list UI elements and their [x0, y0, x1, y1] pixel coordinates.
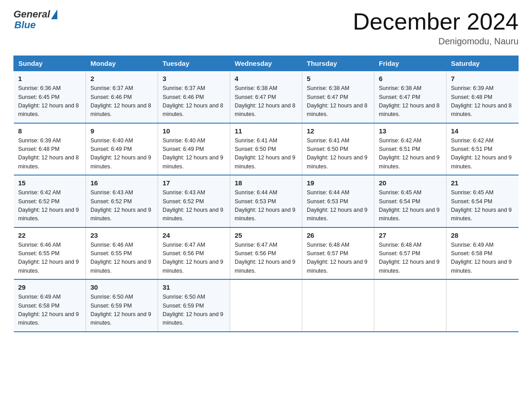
- table-row: 10 Sunrise: 6:40 AMSunset: 6:49 PMDaylig…: [158, 123, 230, 176]
- day-number: 13: [379, 127, 442, 135]
- logo: General Blue: [13, 9, 57, 30]
- logo-general: General: [13, 9, 50, 20]
- day-number: 31: [163, 283, 225, 291]
- day-number: 20: [379, 179, 442, 187]
- table-row: 28 Sunrise: 6:49 AMSunset: 6:58 PMDaylig…: [446, 227, 519, 280]
- calendar-week-row: 22 Sunrise: 6:46 AMSunset: 6:55 PMDaylig…: [14, 227, 519, 280]
- table-row: [374, 279, 446, 332]
- day-info: Sunrise: 6:45 AMSunset: 6:54 PMDaylight:…: [451, 188, 514, 223]
- day-number: 24: [163, 231, 225, 239]
- table-row: 15 Sunrise: 6:42 AMSunset: 6:52 PMDaylig…: [14, 175, 86, 227]
- table-row: 26 Sunrise: 6:48 AMSunset: 6:57 PMDaylig…: [302, 227, 374, 280]
- table-row: 30 Sunrise: 6:50 AMSunset: 6:59 PMDaylig…: [86, 279, 158, 332]
- logo-triangle-icon: [51, 9, 57, 19]
- day-info: Sunrise: 6:45 AMSunset: 6:54 PMDaylight:…: [379, 188, 442, 223]
- day-number: 2: [90, 75, 153, 82]
- day-number: 3: [163, 75, 225, 82]
- table-row: 24 Sunrise: 6:47 AMSunset: 6:56 PMDaylig…: [158, 227, 230, 280]
- day-info: Sunrise: 6:37 AMSunset: 6:46 PMDaylight:…: [90, 84, 153, 119]
- day-number: 18: [235, 179, 297, 187]
- day-info: Sunrise: 6:40 AMSunset: 6:49 PMDaylight:…: [90, 137, 153, 171]
- table-row: 5 Sunrise: 6:38 AMSunset: 6:47 PMDayligh…: [302, 71, 374, 123]
- table-row: 9 Sunrise: 6:40 AMSunset: 6:49 PMDayligh…: [86, 123, 158, 176]
- col-thursday: Thursday: [302, 56, 374, 71]
- table-row: 4 Sunrise: 6:38 AMSunset: 6:47 PMDayligh…: [230, 71, 302, 123]
- col-monday: Monday: [86, 56, 158, 71]
- title-block: December 2024 Denigomodu, Nauru: [353, 9, 519, 47]
- day-info: Sunrise: 6:46 AMSunset: 6:55 PMDaylight:…: [90, 241, 153, 276]
- day-info: Sunrise: 6:46 AMSunset: 6:55 PMDaylight:…: [18, 241, 82, 276]
- day-info: Sunrise: 6:48 AMSunset: 6:57 PMDaylight:…: [379, 241, 442, 276]
- table-row: 13 Sunrise: 6:42 AMSunset: 6:51 PMDaylig…: [374, 123, 446, 176]
- day-info: Sunrise: 6:42 AMSunset: 6:51 PMDaylight:…: [379, 137, 442, 171]
- day-info: Sunrise: 6:50 AMSunset: 6:59 PMDaylight:…: [163, 293, 225, 328]
- table-row: 14 Sunrise: 6:42 AMSunset: 6:51 PMDaylig…: [446, 123, 519, 176]
- table-row: 1 Sunrise: 6:36 AMSunset: 6:45 PMDayligh…: [14, 71, 86, 123]
- table-row: 3 Sunrise: 6:37 AMSunset: 6:46 PMDayligh…: [158, 71, 230, 123]
- day-number: 7: [451, 75, 514, 82]
- table-row: 31 Sunrise: 6:50 AMSunset: 6:59 PMDaylig…: [158, 279, 230, 332]
- table-row: 6 Sunrise: 6:38 AMSunset: 6:47 PMDayligh…: [374, 71, 446, 123]
- day-number: 12: [307, 127, 369, 135]
- day-info: Sunrise: 6:50 AMSunset: 6:59 PMDaylight:…: [90, 293, 153, 328]
- table-row: 29 Sunrise: 6:49 AMSunset: 6:58 PMDaylig…: [14, 279, 86, 332]
- day-info: Sunrise: 6:43 AMSunset: 6:52 PMDaylight:…: [163, 188, 225, 223]
- table-row: 16 Sunrise: 6:43 AMSunset: 6:52 PMDaylig…: [86, 175, 158, 227]
- month-title: December 2024: [353, 9, 519, 34]
- day-number: 27: [379, 231, 442, 239]
- day-number: 14: [451, 127, 514, 135]
- logo-blue: Blue: [14, 20, 36, 30]
- day-info: Sunrise: 6:36 AMSunset: 6:45 PMDaylight:…: [18, 84, 82, 119]
- table-row: [446, 279, 519, 332]
- day-number: 19: [307, 179, 369, 187]
- table-row: 18 Sunrise: 6:44 AMSunset: 6:53 PMDaylig…: [230, 175, 302, 227]
- day-info: Sunrise: 6:39 AMSunset: 6:48 PMDaylight:…: [18, 137, 82, 171]
- calendar-week-row: 15 Sunrise: 6:42 AMSunset: 6:52 PMDaylig…: [14, 175, 519, 227]
- day-info: Sunrise: 6:39 AMSunset: 6:48 PMDaylight:…: [451, 84, 514, 119]
- day-info: Sunrise: 6:37 AMSunset: 6:46 PMDaylight:…: [163, 84, 225, 119]
- table-row: 23 Sunrise: 6:46 AMSunset: 6:55 PMDaylig…: [86, 227, 158, 280]
- page-header: General Blue December 2024 Denigomodu, N…: [13, 9, 519, 47]
- day-number: 9: [90, 127, 153, 135]
- calendar-table: Sunday Monday Tuesday Wednesday Thursday…: [13, 56, 519, 332]
- day-info: Sunrise: 6:38 AMSunset: 6:47 PMDaylight:…: [379, 84, 442, 119]
- table-row: 20 Sunrise: 6:45 AMSunset: 6:54 PMDaylig…: [374, 175, 446, 227]
- calendar-header-row: Sunday Monday Tuesday Wednesday Thursday…: [14, 56, 519, 71]
- table-row: 8 Sunrise: 6:39 AMSunset: 6:48 PMDayligh…: [14, 123, 86, 176]
- table-row: 19 Sunrise: 6:44 AMSunset: 6:53 PMDaylig…: [302, 175, 374, 227]
- table-row: 12 Sunrise: 6:41 AMSunset: 6:50 PMDaylig…: [302, 123, 374, 176]
- day-number: 11: [235, 127, 297, 135]
- col-wednesday: Wednesday: [230, 56, 302, 71]
- table-row: 11 Sunrise: 6:41 AMSunset: 6:50 PMDaylig…: [230, 123, 302, 176]
- table-row: 27 Sunrise: 6:48 AMSunset: 6:57 PMDaylig…: [374, 227, 446, 280]
- day-info: Sunrise: 6:42 AMSunset: 6:51 PMDaylight:…: [451, 137, 514, 171]
- day-number: 1: [18, 75, 82, 82]
- table-row: 25 Sunrise: 6:47 AMSunset: 6:56 PMDaylig…: [230, 227, 302, 280]
- day-number: 30: [90, 283, 153, 291]
- table-row: [230, 279, 302, 332]
- calendar-week-row: 29 Sunrise: 6:49 AMSunset: 6:58 PMDaylig…: [14, 279, 519, 332]
- day-info: Sunrise: 6:43 AMSunset: 6:52 PMDaylight:…: [90, 188, 153, 223]
- day-number: 23: [90, 231, 153, 239]
- day-info: Sunrise: 6:44 AMSunset: 6:53 PMDaylight:…: [307, 188, 369, 223]
- day-number: 15: [18, 179, 82, 187]
- day-number: 5: [307, 75, 369, 82]
- day-number: 10: [163, 127, 225, 135]
- day-info: Sunrise: 6:48 AMSunset: 6:57 PMDaylight:…: [307, 241, 369, 276]
- day-info: Sunrise: 6:41 AMSunset: 6:50 PMDaylight:…: [235, 137, 297, 171]
- day-info: Sunrise: 6:40 AMSunset: 6:49 PMDaylight:…: [163, 137, 225, 171]
- table-row: 17 Sunrise: 6:43 AMSunset: 6:52 PMDaylig…: [158, 175, 230, 227]
- day-number: 21: [451, 179, 514, 187]
- col-friday: Friday: [374, 56, 446, 71]
- day-number: 25: [235, 231, 297, 239]
- day-info: Sunrise: 6:38 AMSunset: 6:47 PMDaylight:…: [307, 84, 369, 119]
- day-info: Sunrise: 6:47 AMSunset: 6:56 PMDaylight:…: [163, 241, 225, 276]
- table-row: 7 Sunrise: 6:39 AMSunset: 6:48 PMDayligh…: [446, 71, 519, 123]
- day-number: 8: [18, 127, 82, 135]
- col-tuesday: Tuesday: [158, 56, 230, 71]
- location-title: Denigomodu, Nauru: [353, 36, 519, 47]
- table-row: 2 Sunrise: 6:37 AMSunset: 6:46 PMDayligh…: [86, 71, 158, 123]
- day-info: Sunrise: 6:42 AMSunset: 6:52 PMDaylight:…: [18, 188, 82, 223]
- table-row: [302, 279, 374, 332]
- day-info: Sunrise: 6:49 AMSunset: 6:58 PMDaylight:…: [451, 241, 514, 276]
